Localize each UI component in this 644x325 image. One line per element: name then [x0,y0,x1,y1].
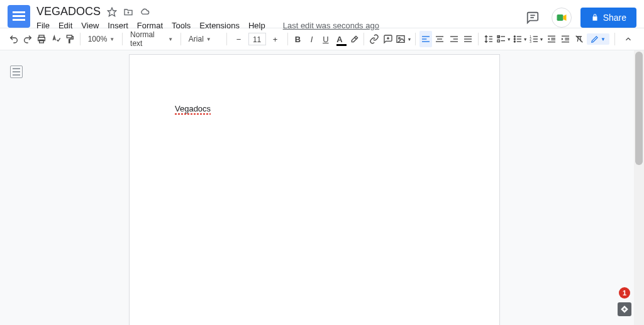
checklist-icon[interactable]: ▼ [496,31,511,47]
spellcheck-icon[interactable] [50,31,62,47]
zoom-select[interactable]: 100%▼ [84,35,119,43]
page-content[interactable]: Vegadocs [130,55,499,162]
svg-point-12 [399,37,401,39]
docs-logo-icon[interactable] [8,5,30,28]
toolbar-right: ▼ [587,31,636,47]
scroll-thumb[interactable] [635,52,643,165]
document-page[interactable]: Vegadocs [129,54,500,325]
bullet-list-icon[interactable]: ▼ [513,31,528,47]
decrease-font-icon[interactable]: − [231,31,247,47]
align-right-icon[interactable] [447,31,460,47]
notification-badge[interactable]: 1 [619,287,630,299]
menu-view[interactable]: View [81,21,99,30]
underline-icon[interactable]: U [319,31,332,47]
insert-link-icon[interactable] [368,31,380,47]
lock-icon [591,13,599,22]
separator [364,33,364,45]
meet-icon[interactable] [552,8,572,28]
menu-tools[interactable]: Tools [172,21,191,30]
menu-insert[interactable]: Insert [108,21,128,30]
align-justify-icon[interactable] [462,31,474,47]
pencil-icon [591,35,599,43]
editing-mode-button[interactable]: ▼ [587,33,609,45]
svg-rect-3 [557,14,563,21]
cloud-status-icon[interactable] [140,7,150,17]
svg-marker-4 [563,14,566,21]
title-row: VEGADOCS [36,5,523,18]
italic-icon[interactable]: I [306,31,318,47]
separator [180,33,181,45]
plus-diamond-icon [620,305,629,314]
zoom-value: 100% [88,35,108,43]
font-select[interactable]: Arial▼ [185,35,223,43]
text-color-icon[interactable]: A [333,31,346,47]
outline-toggle-icon[interactable] [10,66,23,78]
svg-point-32 [514,36,515,37]
align-left-icon[interactable] [419,31,432,47]
caret-down-icon: ▼ [168,37,173,42]
decrease-indent-icon[interactable] [545,31,558,47]
separator [415,33,416,45]
share-label: Share [603,13,626,23]
document-text[interactable]: Vegadocs [175,104,211,113]
menu-extensions[interactable]: Extensions [199,21,240,30]
app-header: VEGADOCS File Edit View Insert Format To… [0,0,644,28]
bold-icon[interactable]: B [291,31,304,47]
separator [614,33,615,45]
header-actions: Share [523,8,636,28]
svg-text:3: 3 [530,40,531,43]
caret-down-icon: ▼ [206,37,211,42]
increase-font-icon[interactable]: + [267,31,284,47]
print-icon[interactable] [35,31,48,47]
separator [287,33,288,45]
separator [226,33,227,45]
caret-down-icon: ▼ [601,37,606,42]
menu-bar: File Edit View Insert Format Tools Exten… [36,21,523,30]
highlight-color-icon[interactable] [347,31,360,47]
paint-format-icon[interactable] [64,31,76,47]
font-size-control: − 11 + [231,31,284,47]
collapse-toolbar-icon[interactable] [620,31,636,47]
menu-format[interactable]: Format [137,21,163,30]
title-area: VEGADOCS File Edit View Insert Format To… [36,5,523,30]
svg-marker-48 [548,38,550,40]
increase-indent-icon[interactable] [559,31,572,47]
star-icon[interactable] [107,7,117,17]
paragraph-style-select[interactable]: Normal text▼ [126,30,177,48]
undo-icon[interactable] [8,31,20,47]
numbered-list-icon[interactable]: 123▼ [529,31,544,47]
explore-button[interactable] [618,302,631,316]
toolbar: 100%▼ Normal text▼ Arial▼ − 11 + B I U A… [0,28,644,50]
share-button[interactable]: Share [580,8,636,28]
menu-edit[interactable]: Edit [58,21,72,30]
svg-rect-30 [497,40,499,42]
svg-marker-53 [562,38,564,40]
svg-point-33 [514,38,515,40]
move-folder-icon[interactable] [123,7,133,17]
canvas-area: Vegadocs [0,50,634,325]
menu-file[interactable]: File [36,21,50,30]
redo-icon[interactable] [21,31,34,47]
font-value: Arial [189,35,204,43]
separator [122,33,123,45]
svg-marker-0 [108,8,116,16]
svg-rect-8 [67,35,72,38]
separator [80,33,80,45]
vertical-scrollbar[interactable] [634,50,644,325]
line-spacing-icon[interactable] [482,31,495,47]
clear-formatting-icon[interactable] [573,31,586,47]
separator [478,33,479,45]
font-size-input[interactable]: 11 [248,33,266,45]
last-edit-link[interactable]: Last edit was seconds ago [283,21,379,30]
menu-help[interactable]: Help [248,21,265,30]
comment-history-icon[interactable] [523,8,543,28]
insert-comment-icon[interactable] [382,31,394,47]
document-title[interactable]: VEGADOCS [36,5,101,18]
insert-image-icon[interactable]: ▼ [396,31,411,47]
svg-rect-11 [397,36,404,43]
style-value: Normal text [130,30,165,48]
caret-down-icon: ▼ [407,37,411,42]
align-center-icon[interactable] [433,31,446,47]
caret-down-icon: ▼ [109,37,114,42]
svg-point-34 [514,41,515,42]
